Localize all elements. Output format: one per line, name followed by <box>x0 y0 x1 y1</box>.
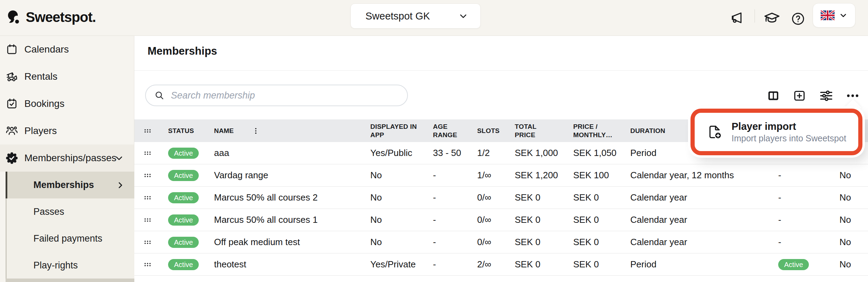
table-row[interactable]: Active Off peak medium test No - 0/∞ SEK… <box>134 231 868 253</box>
cell-displayed: No <box>365 192 428 203</box>
table-row[interactable]: Active Marcus 50% all courses 1 No - 0/∞… <box>134 209 868 231</box>
sidebar-item-rentals[interactable]: Rentals <box>0 63 134 90</box>
table-row[interactable]: Active Marcus 50% all courses 2 No - 0/∞… <box>134 187 868 209</box>
sidebar: Calendars Rentals Bookings <box>0 36 134 282</box>
cell-last: No <box>835 170 868 181</box>
drag-handle-icon[interactable] <box>134 217 161 224</box>
cell-extra: - <box>773 170 835 181</box>
add-membership-button[interactable] <box>792 88 807 103</box>
chevron-down-icon <box>458 11 468 21</box>
status-badge: Active <box>168 148 199 159</box>
language-selector[interactable] <box>813 3 855 28</box>
drag-handle-icon[interactable] <box>134 194 161 201</box>
cell-price-monthly: SEK 0 <box>568 214 625 225</box>
cell-total-price: SEK 0 <box>510 192 568 203</box>
column-header-total-price[interactable]: TOTAL PRICE <box>510 123 568 139</box>
sweetspot-logo[interactable]: Sweetspot. <box>7 8 96 26</box>
cell-last: No <box>835 259 868 270</box>
submenu-item-label: Memberships <box>33 180 94 190</box>
help-button[interactable] <box>790 10 806 27</box>
file-plus-icon <box>707 124 723 140</box>
logo-text: Sweetspot. <box>26 9 96 25</box>
sidebar-item-label: Players <box>24 125 57 136</box>
column-header-slots[interactable]: SLOTS <box>472 127 510 135</box>
cell-duration: Period <box>625 259 773 270</box>
drag-handle-icon[interactable] <box>134 127 161 134</box>
submenu-item-passes[interactable]: Passes <box>6 198 134 225</box>
club-selector-value: Sweetspot GK <box>365 10 430 22</box>
cell-displayed: No <box>365 214 428 225</box>
search-icon <box>154 90 165 101</box>
cell-slots: 0/∞ <box>472 192 510 203</box>
popup-subtitle: Import players into Sweetspot <box>732 133 846 144</box>
search-input[interactable] <box>165 85 407 105</box>
calendar-icon <box>5 42 19 56</box>
membership-name: Vardag range <box>209 170 365 181</box>
badge-check-icon <box>5 151 19 165</box>
divider <box>134 70 868 71</box>
cell-price-monthly: SEK 100 <box>568 170 625 181</box>
column-header-status[interactable]: STATUS <box>161 127 209 135</box>
submenu-item-memberships[interactable]: Memberships <box>6 172 134 198</box>
status-badge: Active <box>778 259 809 270</box>
column-header-price-monthly[interactable]: PRICE / MONTHLY… <box>568 123 625 139</box>
search-box <box>145 85 408 106</box>
chevron-down-icon <box>839 11 848 20</box>
drag-handle-icon[interactable] <box>134 150 161 157</box>
sidebar-item-bookings[interactable]: Bookings <box>0 90 134 117</box>
sweetspot-logo-icon <box>7 8 22 26</box>
cell-slots: 2/∞ <box>472 259 510 270</box>
table-row[interactable]: Active Vardag range No - 1/∞ SEK 1,200 S… <box>134 164 868 187</box>
megaphone-icon <box>729 10 745 26</box>
filters-button[interactable] <box>819 88 834 103</box>
main-content: Memberships <box>134 36 868 282</box>
academy-button[interactable] <box>764 10 780 26</box>
status-badge: Active <box>168 214 199 226</box>
topbar-divider <box>755 9 755 23</box>
membership-name: Marcus 50% all courses 1 <box>209 214 365 225</box>
cell-slots: 1/∞ <box>472 170 510 181</box>
player-import-menu-item[interactable]: Player import Import players into Sweets… <box>691 109 862 155</box>
cell-total-price: SEK 0 <box>510 259 568 270</box>
column-header-age-range[interactable]: AGE RANGE <box>428 123 472 139</box>
cell-last: No <box>835 192 868 203</box>
submenu-item-failed-payments[interactable]: Failed payments <box>6 225 134 252</box>
drag-handle-icon[interactable] <box>134 239 161 246</box>
app-window: Sweetspot. Sweetspot GK <box>0 0 868 282</box>
cell-extra: - <box>773 214 835 225</box>
sidebar-item-calendars[interactable]: Calendars <box>0 36 134 63</box>
sidebar-item-players[interactable]: Players <box>0 117 134 144</box>
drag-handle-icon[interactable] <box>134 261 161 268</box>
table-row[interactable]: Active theotest Yes/Private - 2/∞ SEK 0 … <box>134 253 868 276</box>
column-header-displayed-in-app[interactable]: DISPLAYED IN APP <box>365 123 428 139</box>
club-selector[interactable]: Sweetspot GK <box>350 3 481 29</box>
cell-duration: Calendar year, 12 months <box>625 170 773 181</box>
calendar-check-icon <box>5 97 19 111</box>
announcements-button[interactable] <box>729 10 745 26</box>
cell-total-price: SEK 1,200 <box>510 170 568 181</box>
cell-price-monthly: SEK 1,050 <box>568 148 625 158</box>
membership-name: Off peak medium test <box>209 237 365 248</box>
page-title: Memberships <box>148 45 217 57</box>
cell-last: No <box>835 237 868 248</box>
memberships-submenu: Memberships Passes Failed payments Play-… <box>6 172 134 279</box>
cell-age-range: 33 - 50 <box>428 148 472 158</box>
players-icon <box>5 124 19 138</box>
drag-handle-icon[interactable] <box>134 172 161 179</box>
cell-age-range: - <box>428 214 472 225</box>
sidebar-item-memberships-passes[interactable]: Memberships/passes <box>0 144 134 172</box>
cell-total-price: SEK 0 <box>510 237 568 248</box>
cell-displayed: Yes/Public <box>365 148 428 158</box>
column-menu-icon[interactable] <box>252 126 260 135</box>
submenu-item-play-rights[interactable]: Play-rights <box>6 252 134 279</box>
sliders-icon <box>819 88 834 103</box>
cell-price-monthly: SEK 0 <box>568 237 625 248</box>
cell-total-price: SEK 0 <box>510 214 568 225</box>
question-mark-icon <box>791 11 805 26</box>
sidebar-item-label: Bookings <box>24 98 64 109</box>
status-badge: Active <box>168 259 199 270</box>
submenu-item-label: Passes <box>33 206 64 217</box>
column-header-name[interactable]: NAME <box>209 126 365 135</box>
cell-displayed: No <box>365 170 428 181</box>
view-columns-button[interactable] <box>766 88 781 103</box>
